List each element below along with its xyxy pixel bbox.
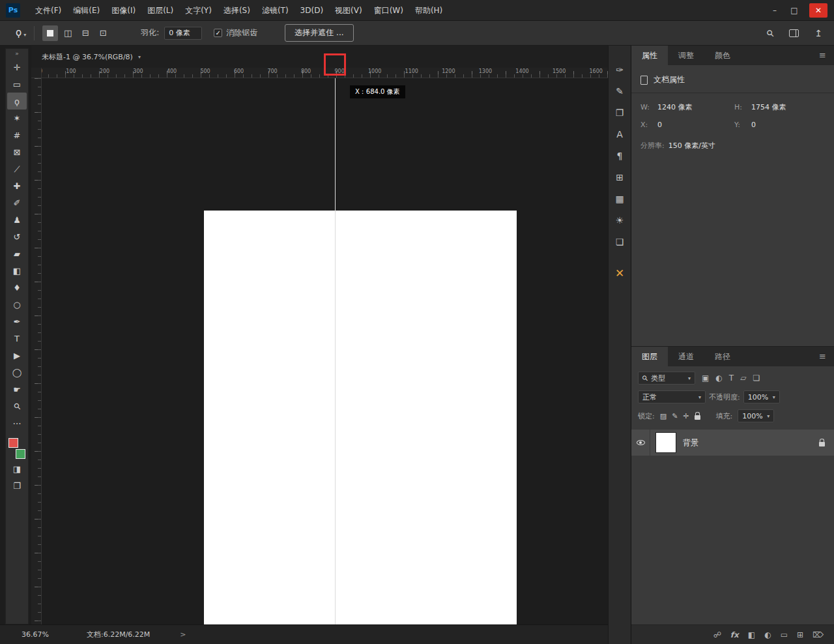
history-brush-tool[interactable]: ↺ — [7, 228, 27, 245]
dodge-tool[interactable]: ○ — [7, 296, 27, 313]
menu-select[interactable]: 选择(S) — [218, 0, 256, 21]
brush-tool[interactable]: ✐ — [7, 194, 27, 211]
add-selection-button[interactable]: ◫ — [60, 25, 76, 41]
delete-layer-icon[interactable]: ⌦ — [812, 630, 824, 639]
eyedropper-tool[interactable]: ⟋ — [7, 160, 27, 177]
collapse-chevron-icon[interactable]: » — [15, 50, 19, 57]
glyphs-panel-icon[interactable]: ⊞ — [616, 173, 624, 182]
crop-tool[interactable]: # — [7, 126, 27, 143]
shape-tool[interactable]: ◯ — [7, 364, 27, 381]
background-color-swatch[interactable] — [16, 449, 25, 459]
document-canvas[interactable] — [204, 211, 517, 644]
tab-layers[interactable]: 图层 — [631, 347, 668, 366]
type-tool[interactable]: T — [7, 330, 27, 347]
highlight-x-icon[interactable]: ✕ — [615, 268, 624, 279]
brush-settings-icon[interactable]: ✎ — [616, 87, 624, 96]
layer-thumbnail[interactable] — [656, 433, 676, 452]
snapshot-panel-icon[interactable]: ❏ — [616, 237, 624, 246]
opacity-dropdown[interactable]: 100% ▾ — [743, 390, 780, 403]
search-icon[interactable]: ⚲ — [765, 27, 776, 38]
close-button[interactable]: ✕ — [809, 3, 827, 18]
tab-adjustments[interactable]: 调整 — [668, 46, 704, 65]
lock-position-icon[interactable]: ✛ — [683, 412, 689, 420]
screen-mode-button[interactable]: ❐ — [7, 477, 27, 494]
menu-edit[interactable]: 编辑(E) — [67, 0, 106, 21]
frame-tool[interactable]: ⊠ — [7, 143, 27, 160]
foreground-color-swatch[interactable] — [8, 438, 18, 448]
path-selection-tool[interactable]: ▶ — [7, 347, 27, 364]
tab-color[interactable]: 颜色 — [704, 46, 741, 65]
canvas-viewport[interactable] — [42, 78, 608, 624]
antialias-checkbox[interactable]: ✓ — [214, 29, 222, 37]
pen-tool[interactable]: ✒ — [7, 313, 27, 330]
tab-properties[interactable]: 属性 — [631, 46, 668, 65]
vertical-guide-line[interactable] — [335, 78, 336, 644]
height-value[interactable]: 1754 像素 — [751, 102, 825, 112]
gradient-tool[interactable]: ◧ — [7, 262, 27, 279]
new-layer-icon[interactable]: ⊞ — [797, 630, 803, 639]
menu-view[interactable]: 视图(V) — [329, 0, 368, 21]
menu-image[interactable]: 图像(I) — [106, 0, 141, 21]
minimize-button[interactable]: – — [765, 0, 784, 21]
menu-file[interactable]: 文件(F) — [29, 0, 67, 21]
menu-filter[interactable]: 滤镜(T) — [256, 0, 295, 21]
clone-source-icon[interactable]: ❐ — [616, 108, 624, 117]
layer-style-icon[interactable]: fx — [730, 630, 739, 639]
visibility-cell[interactable] — [631, 440, 650, 445]
status-menu-chevron[interactable]: > — [180, 630, 186, 639]
libraries-panel-icon[interactable]: ▦ — [615, 194, 624, 203]
quick-mask-button[interactable]: ◨ — [7, 460, 27, 477]
y-value[interactable]: 0 — [751, 121, 825, 129]
move-tool[interactable]: ✛ — [7, 59, 27, 76]
menu-type[interactable]: 文字(Y) — [179, 0, 218, 21]
filter-smart-object-icon[interactable]: ❏ — [753, 373, 760, 383]
layer-row-background[interactable]: 背景 — [631, 430, 834, 456]
tab-menu-caret-icon[interactable]: ▾ — [138, 54, 141, 60]
panel-menu-icon[interactable]: ≡ — [819, 347, 834, 366]
add-mask-icon[interactable]: ◧ — [748, 630, 755, 639]
share-icon[interactable]: ↥ — [814, 29, 822, 38]
lock-all-icon[interactable] — [695, 415, 700, 420]
lasso-tool[interactable]: ϙ — [7, 93, 27, 110]
x-value[interactable]: 0 — [657, 121, 734, 129]
maximize-button[interactable]: □ — [784, 0, 804, 21]
brushes-icon[interactable]: ✑ — [616, 65, 624, 74]
select-and-mask-button[interactable]: 选择并遮住 ... — [285, 24, 353, 42]
filter-pixel-icon[interactable]: ▣ — [702, 373, 709, 383]
feather-input[interactable] — [164, 27, 202, 40]
lock-transparency-icon[interactable]: ▨ — [660, 412, 667, 420]
filter-shape-icon[interactable]: ▱ — [740, 373, 746, 383]
fill-dropdown[interactable]: 100% ▾ — [738, 409, 774, 422]
blur-tool[interactable]: ♦ — [7, 279, 27, 296]
character-panel-icon[interactable]: A — [616, 130, 623, 139]
width-value[interactable]: 1240 像素 — [657, 102, 734, 112]
magic-wand-tool[interactable]: ✶ — [7, 110, 27, 126]
learn-panel-icon[interactable]: ☀ — [616, 216, 624, 225]
menu-3d[interactable]: 3D(D) — [295, 0, 329, 21]
subtract-selection-button[interactable]: ⊟ — [78, 25, 93, 41]
blend-mode-dropdown[interactable]: 正常 ▾ — [638, 390, 706, 403]
clone-stamp-tool[interactable]: ♟ — [7, 211, 27, 228]
resolution-value[interactable]: 150 像素/英寸 — [669, 141, 715, 151]
eraser-tool[interactable]: ▰ — [7, 245, 27, 262]
menu-help[interactable]: 帮助(H) — [409, 0, 448, 21]
tool-preset-picker[interactable]: ϙ ▾ — [16, 28, 26, 38]
panel-menu-icon[interactable]: ≡ — [819, 46, 834, 65]
document-tab[interactable]: 未标题-1 @ 36.7%(RGB/8) — [42, 52, 133, 62]
vertical-ruler[interactable] — [31, 78, 42, 624]
intersect-selection-button[interactable]: ⊡ — [95, 25, 111, 41]
spot-healing-tool[interactable]: ✚ — [7, 177, 27, 194]
new-group-icon[interactable]: ▭ — [781, 630, 788, 639]
tab-channels[interactable]: 通道 — [668, 347, 704, 366]
zoom-level-field[interactable]: 36.67% — [22, 630, 49, 639]
adjustment-layer-icon[interactable]: ◐ — [764, 630, 771, 639]
link-layers-icon[interactable]: ☍ — [713, 630, 721, 639]
filter-type-dropdown[interactable]: ⚲ 类型 ▾ — [638, 372, 695, 385]
horizontal-ruler[interactable]: 0 100 200 300 400 500 600 700 800 900 10… — [31, 68, 608, 78]
filter-type-icon[interactable]: T — [729, 373, 734, 383]
tab-paths[interactable]: 路径 — [704, 347, 741, 366]
workspace-icon[interactable] — [789, 29, 799, 37]
filter-adjustment-icon[interactable]: ◐ — [715, 373, 722, 383]
marquee-tool[interactable]: ▭ — [7, 76, 27, 93]
menu-layer[interactable]: 图层(L) — [141, 0, 179, 21]
